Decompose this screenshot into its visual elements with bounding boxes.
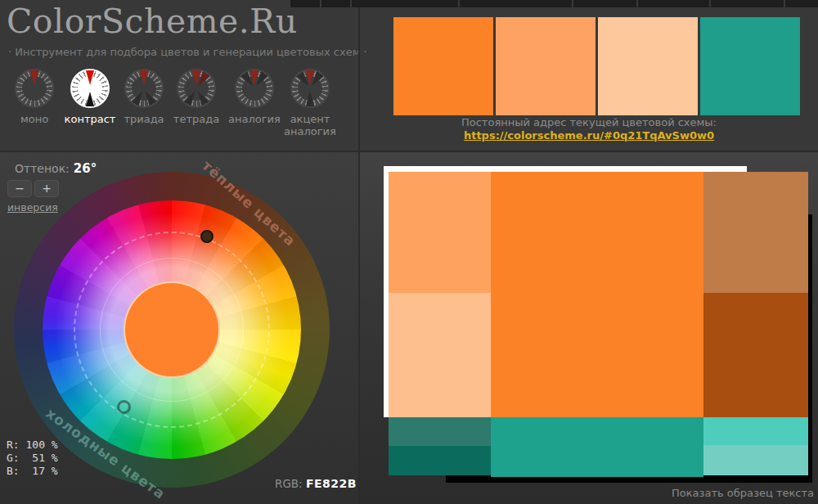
rgb-hex-value: FE822B <box>306 477 357 490</box>
mono-wheel-icon <box>15 69 54 108</box>
accent-analogy-wheel-icon <box>290 69 330 108</box>
mode-triad[interactable]: триада <box>116 69 172 125</box>
color-wheel: тёплые цвета холодные цвета <box>14 172 330 488</box>
scheme-swatch-1 <box>393 17 493 115</box>
top-menu-segment[interactable] <box>321 0 350 7</box>
top-menu-segment[interactable] <box>638 0 709 7</box>
rgb-hex-readout: RGB: FE822B <box>275 477 357 490</box>
analogy-wheel-icon <box>235 69 274 108</box>
rgb-hex-label: RGB: <box>275 477 303 490</box>
preview-block-right-bottom <box>703 293 808 417</box>
colorscheme-app: ColorScheme.Ru · Инструмент для подбора … <box>0 0 818 504</box>
site-tagline: · Инструмент для подбора цветов и генера… <box>8 46 367 58</box>
permalink-url[interactable]: https://colorscheme.ru/#0q21TqAvSw0w0 <box>360 129 818 142</box>
top-menu-segment[interactable] <box>711 0 784 7</box>
permalink-caption: Постоянный адрес текущей цветовой схемы: <box>360 116 818 128</box>
preview-block-right-teal-bottom <box>703 445 808 475</box>
triad-wheel-icon <box>124 69 164 108</box>
mode-tetrad[interactable]: тетрада <box>169 69 224 125</box>
base-hue-marker[interactable] <box>200 230 213 243</box>
scheme-swatch-2 <box>496 17 596 115</box>
mode-analogy[interactable]: аналогия <box>227 69 282 125</box>
mode-label: моно <box>7 113 62 125</box>
preview-block-left-teal-top <box>389 417 491 446</box>
rgb-percent-readout: R: 100 % G: 51 % B: 17 % <box>7 439 58 478</box>
preview-block-left-top <box>389 172 491 293</box>
site-logo[interactable]: ColorScheme.Ru <box>7 2 298 41</box>
mode-contrast[interactable]: контраст <box>62 69 118 125</box>
preview-block-left-bottom <box>389 293 491 417</box>
top-menu-segment[interactable] <box>785 0 818 7</box>
show-text-sample-link[interactable]: Показать образец текста <box>672 487 814 499</box>
preview-block-right-top <box>703 172 808 293</box>
top-menu-segment[interactable] <box>460 0 572 7</box>
contrast-hue-marker[interactable] <box>117 400 131 414</box>
preview-panel: Показать образец текста <box>360 152 818 504</box>
scheme-swatch-4 <box>700 17 800 115</box>
preview-block-right-teal-top <box>703 417 808 445</box>
mode-label: акцент аналогия <box>282 113 338 137</box>
wheel-panel: Оттенок:26° − + инверсия тёплые цвета хо… <box>0 152 358 504</box>
mode-label: аналогия <box>227 113 282 125</box>
selected-color-swatch <box>124 281 220 378</box>
mode-label: контраст <box>62 113 118 125</box>
preview-block-left-teal-bottom <box>389 446 491 475</box>
mode-accent-analogy[interactable]: акцент аналогия <box>282 69 338 137</box>
mode-mono[interactable]: моно <box>7 69 62 125</box>
top-menu-segment[interactable] <box>352 0 458 7</box>
tetrad-wheel-icon <box>177 69 216 108</box>
preview-block-center <box>491 172 703 417</box>
preview-block-center-teal <box>491 417 703 477</box>
scheme-swatch-3 <box>598 17 698 115</box>
mode-label: триада <box>116 113 172 125</box>
contrast-wheel-icon <box>70 69 110 108</box>
top-menu-segment[interactable] <box>573 0 636 7</box>
mode-label: тетрада <box>169 113 224 125</box>
